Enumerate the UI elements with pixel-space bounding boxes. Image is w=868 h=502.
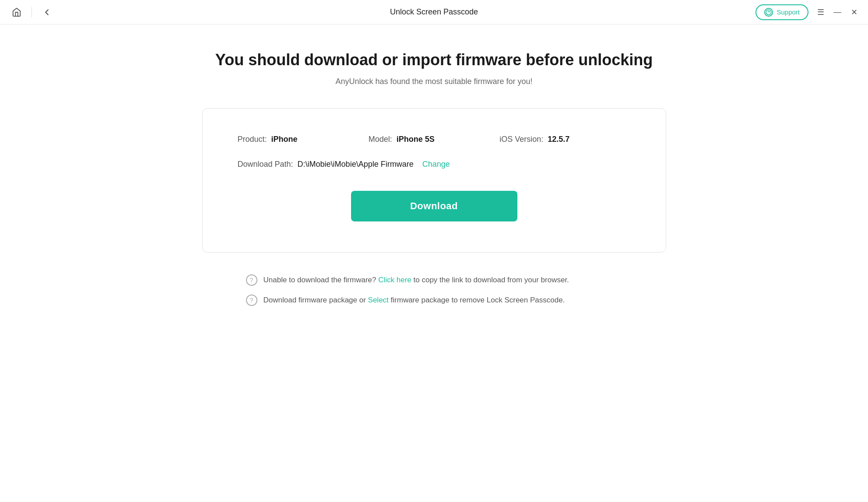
download-path-value: D:\iMobie\iMobie\Apple Firmware bbox=[298, 160, 414, 169]
model-label: Model: bbox=[369, 135, 392, 144]
model-value: iPhone 5S bbox=[397, 135, 435, 144]
minimize-button[interactable]: — bbox=[832, 7, 843, 18]
page-subtitle: AnyUnlock has found the most suitable fi… bbox=[335, 77, 532, 86]
title-bar-left bbox=[9, 4, 55, 20]
main-content: You should download or import firmware b… bbox=[0, 25, 868, 502]
download-path-label: Download Path: bbox=[238, 160, 293, 169]
help-icon-1: ? bbox=[246, 274, 257, 286]
product-value: iPhone bbox=[271, 135, 298, 144]
select-link[interactable]: Select bbox=[368, 296, 389, 304]
divider bbox=[32, 7, 32, 18]
back-button[interactable] bbox=[39, 4, 55, 20]
model-field: Model: iPhone 5S bbox=[369, 135, 499, 144]
help-item-2: ? Download firmware package or Select fi… bbox=[246, 295, 565, 306]
product-field: Product: iPhone bbox=[238, 135, 369, 144]
device-info-row: Product: iPhone Model: iPhone 5S iOS Ver… bbox=[238, 135, 631, 144]
support-label: Support bbox=[777, 8, 800, 16]
help-text-2: Download firmware package or Select firm… bbox=[264, 296, 565, 305]
close-button[interactable]: ✕ bbox=[849, 7, 859, 18]
help-text-1a: Unable to download the firmware? Click h… bbox=[264, 276, 569, 284]
support-icon bbox=[764, 8, 773, 17]
product-label: Product: bbox=[238, 135, 267, 144]
page-heading: You should download or import firmware b… bbox=[215, 51, 653, 69]
title-bar: Unlock Screen Passcode Support ☰ — ✕ bbox=[0, 0, 868, 25]
ios-version-value: 12.5.7 bbox=[548, 135, 569, 144]
support-button[interactable]: Support bbox=[756, 4, 808, 20]
ios-version-field: iOS Version: 12.5.7 bbox=[499, 135, 630, 144]
download-path-row: Download Path: D:\iMobie\iMobie\Apple Fi… bbox=[238, 160, 631, 169]
help-item-1: ? Unable to download the firmware? Click… bbox=[246, 274, 569, 286]
info-card: Product: iPhone Model: iPhone 5S iOS Ver… bbox=[202, 108, 666, 253]
ios-version-label: iOS Version: bbox=[499, 135, 543, 144]
home-button[interactable] bbox=[9, 4, 25, 20]
change-path-link[interactable]: Change bbox=[422, 160, 450, 169]
window-controls: ☰ — ✕ bbox=[815, 7, 859, 18]
download-button[interactable]: Download bbox=[351, 191, 517, 221]
menu-button[interactable]: ☰ bbox=[815, 7, 826, 18]
page-title: Unlock Screen Passcode bbox=[390, 7, 478, 17]
help-icon-2: ? bbox=[246, 295, 257, 306]
click-here-link[interactable]: Click here bbox=[378, 276, 411, 284]
help-section: ? Unable to download the firmware? Click… bbox=[246, 274, 622, 306]
title-bar-right: Support ☰ — ✕ bbox=[756, 4, 859, 20]
